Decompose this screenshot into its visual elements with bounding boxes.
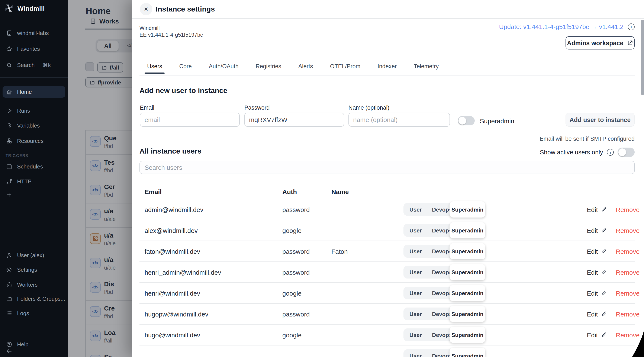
edit-button[interactable]: Edit <box>587 248 607 255</box>
role-option-superadmin-selected[interactable]: Superadmin <box>450 348 485 357</box>
remove-button[interactable]: Remove <box>616 206 640 213</box>
tab-indexer[interactable]: Indexer <box>376 63 398 74</box>
pencil-icon <box>601 332 607 338</box>
tab-alerts[interactable]: Alerts <box>297 63 314 74</box>
close-button[interactable]: ✕ <box>140 3 152 15</box>
sidebar-item-runs[interactable]: Runs <box>2 105 65 116</box>
sidebar-item-workers[interactable]: Workers <box>2 279 65 290</box>
sidebar-item-http[interactable]: HTTP <box>2 176 65 187</box>
sidebar-item-favorites[interactable]: Favorites <box>2 43 65 54</box>
remove-button[interactable]: Remove <box>616 248 640 255</box>
cell-email: henri_admin@windmill.dev <box>140 268 277 276</box>
role-option-superadmin-selected[interactable]: Superadmin <box>450 201 485 218</box>
role-option-user[interactable]: User <box>410 290 422 296</box>
edit-button[interactable]: Edit <box>587 268 607 276</box>
name-field[interactable] <box>348 112 450 127</box>
route-icon <box>6 178 12 185</box>
role-option-user[interactable]: User <box>410 227 422 234</box>
cell-auth: password <box>277 268 326 276</box>
sidebar-item-user[interactable]: User (alex) <box>2 250 65 261</box>
sidebar-item-folders-groups[interactable]: Folders & Groups... <box>2 293 65 304</box>
settings-tabs: UsersCoreAuth/OAuthRegistriesAlertsOTEL/… <box>146 63 440 74</box>
role-option-superadmin-selected[interactable]: Superadmin <box>450 264 485 280</box>
cell-email: hugopw@windmill.dev <box>140 310 277 318</box>
sidebar-item-variables[interactable]: Variables <box>2 120 65 131</box>
role-option-devops[interactable]: Devops <box>432 352 452 357</box>
tab-auth-oauth[interactable]: Auth/OAuth <box>208 63 240 74</box>
tab-core[interactable]: Core <box>178 63 193 74</box>
arrow-left-icon <box>6 348 12 354</box>
sidebar-item-label: Search <box>17 62 34 68</box>
role-option-devops[interactable]: Devops <box>432 206 452 212</box>
sidebar-item-add-trigger[interactable] <box>2 189 65 200</box>
remove-button[interactable]: Remove <box>616 290 640 297</box>
table-row: admin@windmill.devpasswordUserDevopsSupe… <box>140 199 634 220</box>
role-segmented-control: UserDevopsSuperadmin <box>404 349 474 357</box>
role-option-superadmin-selected[interactable]: Superadmin <box>450 306 485 322</box>
update-link[interactable]: Update: v1.441.1-4-g51f5197bc → v1.441.2 <box>499 23 624 30</box>
password-field[interactable] <box>244 112 344 127</box>
sidebar-item-schedules[interactable]: Schedules <box>2 161 65 172</box>
show-active-row: Show active users only i <box>540 148 634 157</box>
role-option-superadmin-selected[interactable]: Superadmin <box>450 327 485 343</box>
pencil-icon <box>601 227 607 233</box>
sidebar: Windmill windmill-labsFavoritesSearch⌘k … <box>0 0 68 357</box>
update-row: Update: v1.441.1-4-g51f5197bc → v1.441.2… <box>499 23 634 30</box>
role-option-user[interactable]: User <box>410 352 422 357</box>
role-option-user[interactable]: User <box>410 311 422 317</box>
email-field[interactable] <box>140 112 240 127</box>
remove-button[interactable]: Remove <box>616 227 640 234</box>
sidebar-item-logs[interactable]: Logs <box>2 308 65 319</box>
tab-users[interactable]: Users <box>146 63 164 74</box>
role-option-devops[interactable]: Devops <box>432 227 452 234</box>
instance-settings-modal: ✕ Instance settings Windmill EE v1.441.1… <box>132 0 644 357</box>
remove-button[interactable]: Remove <box>616 268 640 276</box>
edit-button[interactable]: Edit <box>587 331 607 338</box>
remove-button[interactable]: Remove <box>616 310 640 318</box>
info-icon[interactable]: i <box>607 149 614 156</box>
collapse-sidebar-button[interactable] <box>2 346 65 357</box>
role-option-user[interactable]: User <box>410 248 422 254</box>
windmill-logo[interactable]: Windmill <box>4 4 45 13</box>
role-option-user[interactable]: User <box>410 332 422 338</box>
tab-otel-prom[interactable]: OTEL/Prom <box>329 63 362 74</box>
cell-auth: google <box>277 227 326 234</box>
role-option-superadmin-selected[interactable]: Superadmin <box>450 222 485 238</box>
edit-button[interactable]: Edit <box>587 206 607 213</box>
role-option-user[interactable]: User <box>410 206 422 212</box>
role-option-devops[interactable]: Devops <box>432 332 452 338</box>
role-option-devops[interactable]: Devops <box>432 290 452 296</box>
tab-telemetry[interactable]: Telemetry <box>412 63 440 74</box>
col-header-name: Name <box>326 188 398 195</box>
sidebar-item-settings[interactable]: Settings <box>2 264 65 276</box>
home-icon <box>6 89 12 95</box>
show-active-toggle[interactable] <box>618 148 634 157</box>
password-label: Password <box>244 104 270 111</box>
admins-workspace-button[interactable]: Admins workspace <box>566 36 634 50</box>
role-option-devops[interactable]: Devops <box>432 248 452 254</box>
role-option-superadmin-selected[interactable]: Superadmin <box>450 285 485 301</box>
edit-button[interactable]: Edit <box>587 227 607 234</box>
role-option-user[interactable]: User <box>410 269 422 275</box>
cell-name: Faton <box>326 248 398 255</box>
sidebar-item-resources[interactable]: Resources <box>2 135 65 147</box>
info-icon[interactable]: i <box>628 23 634 30</box>
tab-registries[interactable]: Registries <box>254 63 282 74</box>
cell-auth: password <box>277 248 326 255</box>
edit-button[interactable]: Edit <box>587 310 607 318</box>
role-option-devops[interactable]: Devops <box>432 311 452 317</box>
sidebar-item-workspace[interactable]: windmill-labs <box>2 27 65 39</box>
scrollbar-thumb[interactable] <box>641 20 644 95</box>
cell-email: hugo@windmill.dev <box>140 331 277 338</box>
sidebar-item-home[interactable]: Home <box>2 86 65 98</box>
superadmin-toggle[interactable] <box>458 116 475 126</box>
role-option-superadmin-selected[interactable]: Superadmin <box>450 243 485 259</box>
edit-button[interactable]: Edit <box>587 290 607 297</box>
add-user-button[interactable]: Add user to instance <box>566 112 634 127</box>
logo-label: Windmill <box>18 4 45 12</box>
sidebar-item-search[interactable]: Search⌘k <box>2 59 65 71</box>
plus-icon <box>6 192 12 198</box>
role-option-devops[interactable]: Devops <box>432 269 452 275</box>
remove-button[interactable]: Remove <box>616 331 640 338</box>
search-users-input[interactable] <box>140 161 634 174</box>
